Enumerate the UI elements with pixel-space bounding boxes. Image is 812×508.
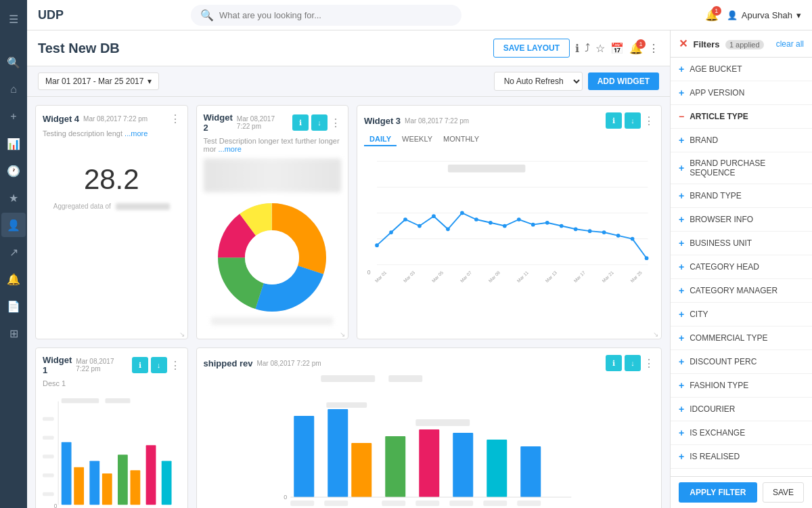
sidebar-doc-icon[interactable]: 📄 [1, 294, 26, 318]
widget-1-header: Widget 1 Mar 08,2017 7:22 pm ℹ ↓ ⋮ [43, 355, 181, 375]
widget-3: Widget 3 Mar 08,2017 7:22 pm ℹ ↓ ⋮ DAILY… [357, 105, 662, 339]
svg-point-33 [645, 256, 649, 260]
sidebar-clock-icon[interactable]: 🕐 [1, 158, 26, 183]
widget-shipped-info-btn[interactable]: ℹ [606, 355, 622, 371]
filter-item[interactable]: +DISCOUNT PERC [671, 350, 812, 374]
resize-handle[interactable]: ↘ [179, 331, 186, 337]
more-options-icon[interactable]: ⋮ [648, 42, 659, 55]
filter-title-group: ✕ Filters 1 applied [679, 37, 764, 50]
sidebar-bell-icon[interactable]: 🔔 [1, 267, 26, 291]
filter-item[interactable]: +BRAND PURCHASE SEQUENCE [671, 152, 812, 184]
filter-close-icon[interactable]: ✕ [679, 38, 687, 49]
filter-item[interactable]: +BRAND TYPE [671, 184, 812, 208]
sidebar-add-icon[interactable]: + [1, 104, 26, 129]
filter-item[interactable]: +FASHION TYPE [671, 374, 812, 398]
filter-plus-icon: + [679, 285, 684, 296]
sidebar-home-icon[interactable]: ⌂ [1, 77, 26, 102]
filter-item[interactable]: +IS EXCHANGE [671, 421, 812, 445]
content-area: Test New DB SAVE LAYOUT ℹ ⤴ ☆ 📅 🔔 1 ⋮ [27, 30, 812, 508]
filter-plus-icon: + [679, 451, 684, 462]
widget-3-header: Widget 3 Mar 08,2017 7:22 pm ℹ ↓ ⋮ [364, 112, 654, 129]
widget-4-title: Widget 4 [43, 114, 79, 124]
widget-2-desc: Test Description longer text further lon… [204, 137, 342, 153]
widget-3-download-btn[interactable]: ↓ [625, 112, 641, 129]
widget-1-info-btn[interactable]: ℹ [132, 357, 148, 373]
widget-shipped-more-icon[interactable]: ⋮ [644, 357, 654, 370]
svg-rect-48 [43, 436, 54, 440]
filter-item-label: CITY [690, 310, 708, 319]
tab-daily[interactable]: DAILY [364, 133, 397, 146]
filter-icon[interactable]: 🔔 1 [629, 42, 643, 55]
svg-point-6 [245, 230, 299, 284]
filter-item[interactable]: +BUSINESS UNIT [671, 232, 812, 255]
widget-3-info-btn[interactable]: ℹ [606, 112, 622, 129]
user-menu[interactable]: 👤 Apurva Shah ▾ [727, 10, 801, 20]
date-range-picker[interactable]: Mar 01 2017 - Mar 25 2017 ▾ [38, 72, 159, 90]
share-icon[interactable]: ⤴ [585, 42, 590, 54]
filter-item[interactable]: +CATEGORY HEAD [671, 255, 812, 279]
svg-rect-57 [118, 454, 128, 505]
sidebar-widget-icon[interactable]: ⊞ [1, 321, 26, 345]
widget-shipped-download-btn[interactable]: ↓ [625, 355, 641, 371]
filter-item[interactable]: −ARTICLE TYPE [671, 105, 812, 129]
filter-item[interactable]: +BROWSER INFO [671, 208, 812, 232]
filter-plus-icon: + [679, 356, 684, 367]
filter-item[interactable]: +CATEGORY MANAGER [671, 279, 812, 303]
svg-point-23 [503, 224, 507, 228]
sidebar-menu-icon[interactable]: ☰ [1, 7, 26, 31]
filter-item[interactable]: +CITY [671, 303, 812, 326]
svg-rect-65 [321, 375, 375, 382]
sidebar-chart-icon[interactable]: 📊 [1, 131, 26, 156]
widget-2-resize[interactable]: ↘ [340, 331, 346, 337]
filter-plus-icon: + [679, 190, 684, 201]
notification-icon[interactable]: 🔔 1 [705, 9, 719, 22]
widget-4-more-link[interactable]: ...more [125, 129, 148, 137]
svg-rect-75 [520, 446, 541, 497]
filter-item[interactable]: +COMMERCIAL TYPE [671, 326, 812, 350]
auto-refresh-select[interactable]: No Auto Refresh 30 seconds 1 minute 5 mi… [494, 72, 583, 91]
search-input[interactable] [219, 10, 452, 20]
filter-item[interactable]: +IDCOURIER [671, 398, 812, 421]
filter-item[interactable]: +BRAND [671, 129, 812, 152]
filter-item[interactable]: +IS REALISED [671, 445, 812, 469]
widget-4-value: 28.2 [43, 143, 181, 203]
info-icon[interactable]: ℹ [575, 42, 579, 55]
sidebar-user-icon[interactable]: 👤 [1, 213, 26, 237]
svg-text:Mar 21: Mar 21 [601, 270, 614, 283]
widget-1-more-icon[interactable]: ⋮ [170, 359, 181, 372]
sidebar-share-icon[interactable]: ↗ [1, 240, 26, 264]
svg-text:Mar 11: Mar 11 [516, 270, 530, 283]
widget-2-more-icon[interactable]: ⋮ [330, 117, 341, 129]
widget-4-more-icon[interactable]: ⋮ [170, 112, 181, 125]
widget-3-resize[interactable]: ↘ [653, 331, 660, 337]
filter-item[interactable]: +AGE BUCKET [671, 58, 812, 81]
sidebar-star-icon[interactable]: ★ [1, 186, 26, 210]
widget-2-info-btn[interactable]: ℹ [292, 114, 309, 131]
svg-rect-81 [415, 501, 439, 506]
save-filter-button[interactable]: SAVE [763, 482, 804, 503]
save-layout-button[interactable]: SAVE LAYOUT [493, 39, 570, 58]
search-bar[interactable]: 🔍 [191, 5, 461, 26]
clear-all-button[interactable]: clear all [776, 39, 804, 49]
filter-item-label: CATEGORY MANAGER [690, 286, 777, 295]
widget-3-more-icon[interactable]: ⋮ [644, 114, 654, 127]
sidebar-search-icon[interactable]: 🔍 [1, 50, 26, 75]
widget-2-download-btn[interactable]: ↓ [311, 114, 328, 131]
filter-item[interactable]: +APP VERSION [671, 81, 812, 105]
widget-1-download-btn[interactable]: ↓ [151, 357, 167, 373]
filter-item-label: AGE BUCKET [690, 64, 742, 74]
calendar-icon[interactable]: 📅 [610, 42, 624, 55]
filter-plus-icon: + [679, 261, 684, 272]
tab-weekly[interactable]: WEEKLY [397, 133, 438, 146]
add-widget-button[interactable]: ADD WIDGET [588, 72, 659, 90]
tab-monthly[interactable]: MONTHLY [438, 133, 484, 146]
svg-text:Mar 01: Mar 01 [374, 270, 388, 283]
widget-2-more-link[interactable]: ...more [219, 145, 242, 153]
svg-rect-59 [146, 445, 156, 505]
widget-shipped-header: shipped rev Mar 08,2017 7:22 pm ℹ ↓ ⋮ [204, 355, 655, 371]
star-icon[interactable]: ☆ [595, 42, 605, 55]
apply-filter-button[interactable]: APPLY FILTER [679, 482, 757, 503]
svg-text:Mar 07: Mar 07 [459, 270, 473, 283]
filter-item-label: BROWSER INFO [690, 215, 753, 224]
svg-rect-68 [328, 409, 348, 497]
